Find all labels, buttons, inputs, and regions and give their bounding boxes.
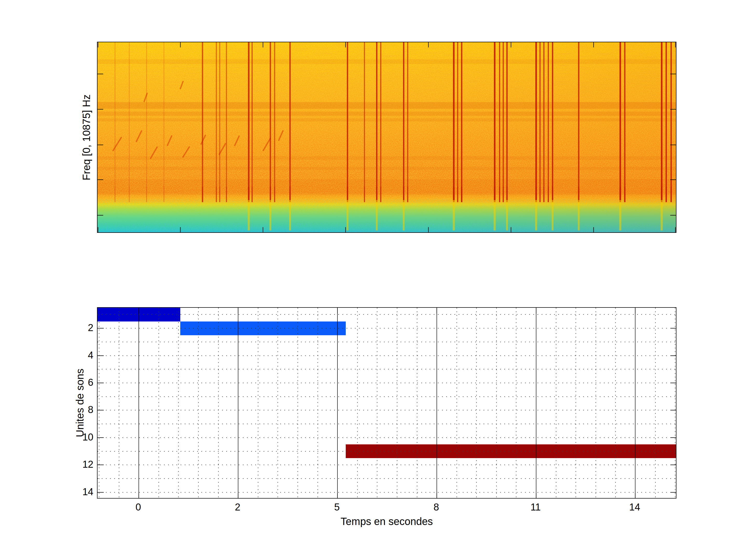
- grid-hline: [98, 437, 676, 438]
- spectrogram-y-axis-label: Freq [0, 10875] Hz: [80, 42, 92, 233]
- spectrogram-plot: [97, 42, 676, 233]
- axis-tick-y: [671, 355, 676, 356]
- grid-major-vline: [238, 308, 238, 498]
- axis-tick-y: [671, 328, 676, 328]
- axis-tick-y: [671, 383, 676, 383]
- x-axis-label: Temps en secondes: [296, 516, 478, 527]
- axis-tick-x: [536, 494, 536, 499]
- grid-minor-vline: [278, 308, 278, 498]
- grid-minor-vline: [476, 308, 477, 498]
- grid-hline: [98, 383, 676, 383]
- axis-tick-x: [635, 308, 636, 314]
- axis-tick-x: [138, 494, 139, 499]
- grid-hline: [98, 314, 676, 315]
- grid-minor-vline: [317, 308, 318, 498]
- grid-hline: [98, 410, 676, 410]
- grid-hline: [98, 328, 676, 328]
- axis-tick-x: [337, 308, 338, 314]
- axis-tick-x: [635, 494, 636, 499]
- grid-minor-vline: [377, 308, 378, 498]
- grid-minor-vline: [516, 308, 516, 498]
- axis-tick-x: [536, 308, 536, 314]
- gantt-plot: [97, 307, 676, 499]
- grid-major-vline: [536, 308, 536, 498]
- axis-tick-y: [671, 437, 676, 438]
- grid-hline: [98, 369, 676, 369]
- x-tick-label: 0: [118, 502, 159, 512]
- axis-tick-y: [98, 437, 104, 438]
- axis-tick-x: [437, 308, 437, 314]
- grid-major-vline: [635, 308, 636, 498]
- grid-minor-vline: [178, 308, 179, 498]
- grid-minor-vline: [158, 308, 159, 498]
- grid-hline: [98, 424, 676, 424]
- axis-tick-y: [98, 410, 104, 410]
- grid-minor-vline: [198, 308, 199, 498]
- grid-minor-vline: [119, 308, 119, 498]
- grid-minor-vline: [615, 308, 616, 498]
- x-tick-label: 5: [316, 502, 358, 512]
- axis-tick-y: [98, 464, 104, 465]
- grid-hline: [98, 451, 676, 452]
- axis-tick-x: [138, 308, 139, 314]
- grid-minor-vline: [218, 308, 218, 498]
- axis-tick-x: [437, 494, 437, 499]
- grid-minor-vline: [655, 308, 656, 498]
- grid-hline: [98, 492, 676, 492]
- grid-major-vline: [337, 308, 338, 498]
- axis-tick-y: [671, 492, 676, 492]
- grid-minor-vline: [595, 308, 596, 498]
- axis-tick-y: [98, 328, 104, 328]
- axis-tick-x: [337, 494, 338, 499]
- axis-tick-y: [98, 492, 104, 492]
- grid-minor-vline: [357, 308, 358, 498]
- x-tick-label: 14: [614, 502, 655, 512]
- grid-minor-vline: [496, 308, 497, 498]
- axis-tick-y: [98, 355, 104, 356]
- grid-minor-vline: [575, 308, 576, 498]
- axis-tick-y: [671, 410, 676, 410]
- grid-minor-vline: [675, 308, 675, 498]
- grid-hline: [98, 342, 676, 342]
- axis-tick-y: [671, 464, 676, 465]
- x-tick-label: 11: [515, 502, 556, 512]
- grid-hline: [98, 478, 676, 479]
- grid-hline: [98, 396, 676, 397]
- axis-tick-x: [238, 494, 238, 499]
- grid-major-vline: [138, 308, 139, 498]
- axis-tick-x: [238, 308, 238, 314]
- y-axis-label: Unites de sons: [74, 307, 85, 499]
- x-tick-label: 2: [217, 502, 258, 512]
- grid-minor-vline: [556, 308, 556, 498]
- figure-canvas: Freq [0, 10875] Hz 02581114 2468101214 T…: [0, 0, 747, 560]
- x-tick-label: 8: [415, 502, 457, 512]
- grid-major-vline: [437, 308, 437, 498]
- grid-minor-vline: [298, 308, 298, 498]
- grid-hline: [98, 355, 676, 356]
- grid-minor-vline: [457, 308, 457, 498]
- spectrogram-image: [98, 42, 676, 232]
- grid-minor-vline: [417, 308, 417, 498]
- grid-minor-vline: [397, 308, 397, 498]
- grid-minor-vline: [258, 308, 258, 498]
- axis-tick-y: [98, 383, 104, 383]
- grid-hline: [98, 464, 676, 465]
- grid-minor-vline: [99, 308, 99, 498]
